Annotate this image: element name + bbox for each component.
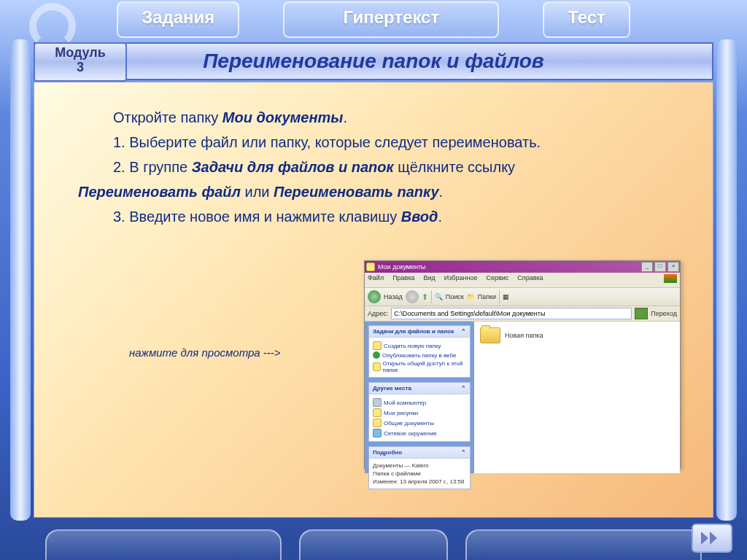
folder-icon: [373, 408, 382, 417]
globe-icon: [373, 351, 380, 359]
windows-flag-icon: [664, 274, 677, 283]
details-type: Папка с файлами: [373, 470, 466, 477]
menu-edit[interactable]: Правка: [392, 274, 414, 286]
panel-details: Подробно⌃ Документы — Kalem Папка с файл…: [368, 446, 471, 489]
window-title: Мои документы: [378, 263, 426, 271]
tab-hypertext[interactable]: Гипертекст: [283, 1, 499, 38]
up-icon[interactable]: ⬆: [422, 292, 428, 302]
folder-icon: [373, 341, 382, 350]
window-buttons: _ □ ×: [640, 260, 680, 273]
place-shared[interactable]: Общие документы: [373, 419, 466, 427]
back-label: Назад: [384, 293, 403, 300]
collapse-icon[interactable]: ⌃: [461, 449, 466, 456]
menu-tools[interactable]: Сервис: [486, 274, 508, 286]
go-button-icon[interactable]: [635, 308, 648, 319]
step-3: 3. Введите новое имя и нажмите клавишу В…: [113, 206, 684, 227]
step-2-line1: 2. В группе Задачи для файлов и папок щё…: [113, 157, 684, 177]
network-icon: [373, 429, 382, 438]
details-name: Документы — Kalem: [373, 462, 466, 469]
task-publish[interactable]: Опубликовать папку в вебе: [373, 351, 466, 359]
address-label: Адрес:: [368, 310, 388, 317]
menu-bar: Файл Правка Вид Избранное Сервис Справка: [365, 273, 680, 288]
intro-line: Откройте папку Мои документы.: [113, 107, 684, 128]
place-network[interactable]: Сетевое окружение: [373, 429, 466, 438]
tab-test[interactable]: Тест: [543, 1, 630, 38]
explorer-body: Задачи для файлов и папок⌃ Создать новую…: [365, 322, 680, 473]
folder-label: Новая папка: [505, 332, 543, 339]
back-icon[interactable]: [368, 290, 381, 303]
step-2-line2: Переименовать файл или Переименовать пап…: [78, 182, 684, 202]
window-titlebar: Мои документы _ □ ×: [365, 261, 680, 273]
collapse-icon[interactable]: ⌃: [461, 385, 466, 392]
content-area: Откройте папку Мои документы. 1. Выберит…: [34, 82, 713, 518]
minimize-icon[interactable]: _: [641, 262, 653, 272]
panel-tasks: Задачи для файлов и папок⌃ Создать новую…: [368, 325, 471, 378]
top-tabs: Задания Гипертекст Тест: [0, 1, 747, 38]
task-new-folder[interactable]: Создать новую папку: [373, 341, 466, 350]
menu-file[interactable]: Файл: [368, 274, 384, 286]
menu-help[interactable]: Справка: [517, 274, 543, 286]
folder-icon: [480, 327, 500, 343]
step-1: 1. Выберите файл или папку, которые след…: [113, 132, 684, 152]
panel-places: Другие места⌃ Мой компьютер Мои рисунки …: [368, 382, 471, 442]
address-bar: Адрес: Переход: [365, 306, 680, 322]
forward-icon[interactable]: [406, 290, 419, 303]
menu-fav[interactable]: Избранное: [444, 274, 478, 286]
forward-double-icon: [700, 530, 724, 546]
search-icon[interactable]: 🔍: [435, 293, 443, 300]
bottom-decoration: [0, 521, 747, 560]
folder-item[interactable]: Новая папка: [480, 327, 674, 343]
share-icon: [373, 362, 381, 371]
sidebar: Задачи для файлов и папок⌃ Создать новую…: [365, 322, 474, 473]
explorer-thumbnail[interactable]: Мои документы _ □ × Файл Правка Вид Избр…: [364, 260, 681, 469]
frame-right: [716, 39, 737, 521]
go-label: Переход: [651, 310, 677, 317]
next-button[interactable]: [692, 524, 732, 553]
module-number: 3: [35, 60, 125, 74]
preview-caption: нажмите для просмотра --->: [129, 346, 281, 359]
folder-icon: [373, 419, 382, 427]
toolbar: Назад ⬆ 🔍Поиск 📁Папки ▦: [365, 288, 680, 306]
collapse-icon[interactable]: ⌃: [461, 328, 466, 335]
folders-icon[interactable]: 📁: [467, 293, 475, 300]
page-title: Переименование папок и файлов: [34, 42, 713, 80]
computer-icon: [373, 398, 382, 407]
place-computer[interactable]: Мой компьютер: [373, 398, 466, 407]
file-pane[interactable]: Новая папка: [474, 322, 680, 473]
frame-left: [10, 39, 31, 521]
views-icon[interactable]: ▦: [503, 293, 509, 300]
close-icon[interactable]: ×: [667, 262, 679, 272]
tab-tasks[interactable]: Задания: [117, 1, 239, 38]
slide-stage: Задания Гипертекст Тест Модуль 3 Переиме…: [0, 0, 747, 560]
module-label: Модуль: [35, 45, 125, 60]
folder-icon: [366, 262, 375, 271]
maximize-icon[interactable]: □: [654, 262, 666, 272]
module-badge: Модуль 3: [34, 42, 127, 82]
place-pictures[interactable]: Мои рисунки: [373, 408, 466, 417]
address-input[interactable]: [391, 308, 632, 319]
task-share[interactable]: Открыть общий доступ к этой папке: [373, 360, 466, 373]
menu-view[interactable]: Вид: [424, 274, 436, 286]
details-date: Изменен: 13 апреля 2007 г., 13:58: [373, 478, 466, 485]
